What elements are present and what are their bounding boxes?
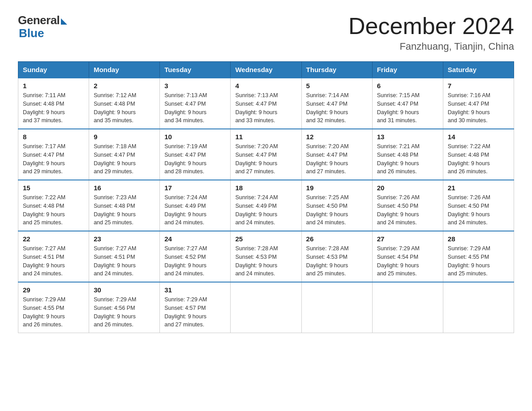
header-saturday: Saturday [443, 62, 514, 78]
calendar-cell: 6 Sunrise: 7:15 AM Sunset: 4:47 PM Dayli… [372, 78, 443, 129]
calendar-cell: 23 Sunrise: 7:27 AM Sunset: 4:51 PM Dayl… [89, 231, 160, 282]
day-number: 13 [377, 133, 438, 141]
header-tuesday: Tuesday [160, 62, 231, 78]
logo-general-text: General [18, 13, 60, 27]
day-number: 2 [94, 82, 155, 90]
calendar-week-row: 29 Sunrise: 7:29 AM Sunset: 4:55 PM Dayl… [18, 282, 514, 333]
calendar-cell: 29 Sunrise: 7:29 AM Sunset: 4:55 PM Dayl… [18, 282, 89, 333]
logo-top: General [18, 13, 67, 27]
day-info: Sunrise: 7:13 AM Sunset: 4:47 PM Dayligh… [164, 91, 226, 125]
header-monday: Monday [89, 62, 160, 78]
calendar-header-row: SundayMondayTuesdayWednesdayThursdayFrid… [18, 62, 514, 78]
day-info: Sunrise: 7:15 AM Sunset: 4:47 PM Dayligh… [377, 91, 438, 125]
calendar-cell: 3 Sunrise: 7:13 AM Sunset: 4:47 PM Dayli… [160, 78, 231, 129]
header-thursday: Thursday [301, 62, 372, 78]
page-header: General Blue December 2024 Fanzhuang, Ti… [18, 13, 514, 52]
calendar-cell: 19 Sunrise: 7:25 AM Sunset: 4:50 PM Dayl… [301, 180, 372, 231]
day-number: 27 [377, 235, 438, 243]
day-info: Sunrise: 7:29 AM Sunset: 4:55 PM Dayligh… [23, 295, 84, 329]
calendar-location: Fanzhuang, Tianjin, China [348, 41, 514, 52]
day-info: Sunrise: 7:21 AM Sunset: 4:48 PM Dayligh… [377, 142, 438, 176]
calendar-cell: 18 Sunrise: 7:24 AM Sunset: 4:49 PM Dayl… [231, 180, 301, 231]
day-number: 26 [306, 235, 368, 243]
day-info: Sunrise: 7:16 AM Sunset: 4:47 PM Dayligh… [448, 91, 509, 125]
day-info: Sunrise: 7:26 AM Sunset: 4:50 PM Dayligh… [448, 193, 509, 227]
title-block: December 2024 Fanzhuang, Tianjin, China [348, 13, 514, 52]
day-number: 5 [306, 82, 368, 90]
day-number: 15 [23, 184, 84, 192]
calendar-cell: 22 Sunrise: 7:27 AM Sunset: 4:51 PM Dayl… [18, 231, 89, 282]
day-info: Sunrise: 7:29 AM Sunset: 4:55 PM Dayligh… [448, 244, 509, 278]
logo: General Blue [18, 13, 67, 40]
day-number: 19 [306, 184, 368, 192]
day-number: 8 [23, 133, 84, 141]
calendar-cell: 26 Sunrise: 7:28 AM Sunset: 4:53 PM Dayl… [301, 231, 372, 282]
day-info: Sunrise: 7:24 AM Sunset: 4:49 PM Dayligh… [164, 193, 226, 227]
day-number: 11 [235, 133, 296, 141]
calendar-cell: 5 Sunrise: 7:14 AM Sunset: 4:47 PM Dayli… [301, 78, 372, 129]
calendar-cell: 15 Sunrise: 7:22 AM Sunset: 4:48 PM Dayl… [18, 180, 89, 231]
day-info: Sunrise: 7:18 AM Sunset: 4:47 PM Dayligh… [94, 142, 155, 176]
day-info: Sunrise: 7:14 AM Sunset: 4:47 PM Dayligh… [306, 91, 368, 125]
logo-blue-text: Blue [18, 26, 44, 40]
calendar-cell: 28 Sunrise: 7:29 AM Sunset: 4:55 PM Dayl… [443, 231, 514, 282]
day-number: 22 [23, 235, 84, 243]
calendar-week-row: 8 Sunrise: 7:17 AM Sunset: 4:47 PM Dayli… [18, 129, 514, 180]
day-number: 10 [164, 133, 226, 141]
day-info: Sunrise: 7:20 AM Sunset: 4:47 PM Dayligh… [235, 142, 296, 176]
day-info: Sunrise: 7:29 AM Sunset: 4:57 PM Dayligh… [164, 295, 226, 329]
day-info: Sunrise: 7:22 AM Sunset: 4:48 PM Dayligh… [23, 193, 84, 227]
day-number: 23 [94, 235, 155, 243]
day-info: Sunrise: 7:27 AM Sunset: 4:51 PM Dayligh… [23, 244, 84, 278]
logo-arrow-icon [61, 18, 67, 25]
calendar-cell: 10 Sunrise: 7:19 AM Sunset: 4:47 PM Dayl… [160, 129, 231, 180]
calendar-week-row: 22 Sunrise: 7:27 AM Sunset: 4:51 PM Dayl… [18, 231, 514, 282]
day-info: Sunrise: 7:28 AM Sunset: 4:53 PM Dayligh… [306, 244, 368, 278]
header-sunday: Sunday [18, 62, 89, 78]
day-number: 4 [235, 82, 296, 90]
day-number: 31 [164, 286, 226, 294]
day-number: 14 [448, 133, 509, 141]
calendar-cell: 21 Sunrise: 7:26 AM Sunset: 4:50 PM Dayl… [443, 180, 514, 231]
calendar-cell: 13 Sunrise: 7:21 AM Sunset: 4:48 PM Dayl… [372, 129, 443, 180]
day-info: Sunrise: 7:20 AM Sunset: 4:47 PM Dayligh… [306, 142, 368, 176]
calendar-cell: 30 Sunrise: 7:29 AM Sunset: 4:56 PM Dayl… [89, 282, 160, 333]
day-info: Sunrise: 7:13 AM Sunset: 4:47 PM Dayligh… [235, 91, 296, 125]
day-info: Sunrise: 7:29 AM Sunset: 4:56 PM Dayligh… [94, 295, 155, 329]
calendar-cell [443, 282, 514, 333]
calendar-title: December 2024 [348, 13, 514, 39]
day-number: 16 [94, 184, 155, 192]
day-number: 18 [235, 184, 296, 192]
day-info: Sunrise: 7:19 AM Sunset: 4:47 PM Dayligh… [164, 142, 226, 176]
calendar-cell: 31 Sunrise: 7:29 AM Sunset: 4:57 PM Dayl… [160, 282, 231, 333]
day-info: Sunrise: 7:26 AM Sunset: 4:50 PM Dayligh… [377, 193, 438, 227]
header-wednesday: Wednesday [231, 62, 301, 78]
day-number: 24 [164, 235, 226, 243]
header-friday: Friday [372, 62, 443, 78]
calendar-cell [372, 282, 443, 333]
day-number: 7 [448, 82, 509, 90]
calendar-week-row: 15 Sunrise: 7:22 AM Sunset: 4:48 PM Dayl… [18, 180, 514, 231]
calendar-cell: 17 Sunrise: 7:24 AM Sunset: 4:49 PM Dayl… [160, 180, 231, 231]
day-info: Sunrise: 7:28 AM Sunset: 4:53 PM Dayligh… [235, 244, 296, 278]
day-number: 28 [448, 235, 509, 243]
calendar-cell: 9 Sunrise: 7:18 AM Sunset: 4:47 PM Dayli… [89, 129, 160, 180]
day-info: Sunrise: 7:25 AM Sunset: 4:50 PM Dayligh… [306, 193, 368, 227]
day-number: 30 [94, 286, 155, 294]
calendar-table: SundayMondayTuesdayWednesdayThursdayFrid… [18, 61, 514, 333]
day-info: Sunrise: 7:23 AM Sunset: 4:48 PM Dayligh… [94, 193, 155, 227]
day-number: 6 [377, 82, 438, 90]
calendar-cell [231, 282, 301, 333]
calendar-cell: 4 Sunrise: 7:13 AM Sunset: 4:47 PM Dayli… [231, 78, 301, 129]
day-number: 17 [164, 184, 226, 192]
calendar-week-row: 1 Sunrise: 7:11 AM Sunset: 4:48 PM Dayli… [18, 78, 514, 129]
calendar-cell: 16 Sunrise: 7:23 AM Sunset: 4:48 PM Dayl… [89, 180, 160, 231]
day-info: Sunrise: 7:27 AM Sunset: 4:51 PM Dayligh… [94, 244, 155, 278]
day-number: 9 [94, 133, 155, 141]
day-info: Sunrise: 7:12 AM Sunset: 4:48 PM Dayligh… [94, 91, 155, 125]
calendar-cell: 20 Sunrise: 7:26 AM Sunset: 4:50 PM Dayl… [372, 180, 443, 231]
day-number: 12 [306, 133, 368, 141]
calendar-cell: 25 Sunrise: 7:28 AM Sunset: 4:53 PM Dayl… [231, 231, 301, 282]
day-number: 21 [448, 184, 509, 192]
day-number: 25 [235, 235, 296, 243]
